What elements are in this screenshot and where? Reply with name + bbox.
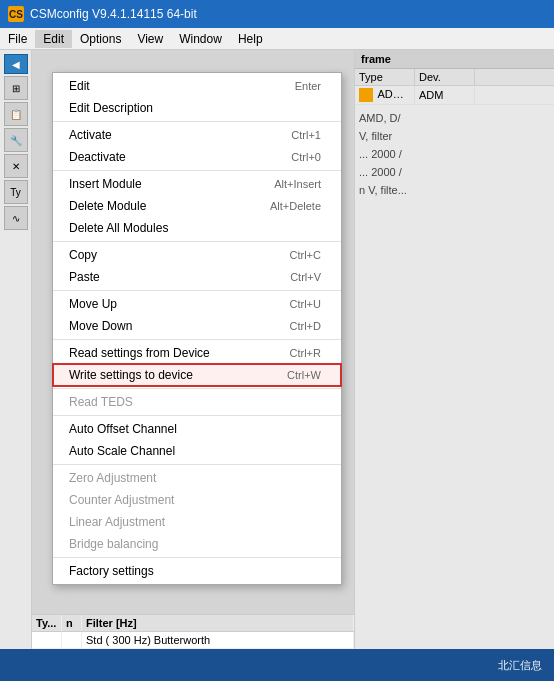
factory-settings-label: Factory settings xyxy=(69,564,321,578)
auto-offset-label: Auto Offset Channel xyxy=(69,422,321,436)
menu-file[interactable]: File xyxy=(0,30,35,48)
title-bar: CS CSMconfig V9.4.1.14115 64-bit xyxy=(0,0,554,28)
menu-move-up-item[interactable]: Move Up Ctrl+U xyxy=(53,293,341,315)
read-settings-shortcut: Ctrl+R xyxy=(290,347,321,359)
menu-options[interactable]: Options xyxy=(72,30,129,48)
toolbar-btn-5[interactable]: Ty xyxy=(4,180,28,204)
menu-bar: File Edit Options View Window Help xyxy=(0,28,554,50)
menu-section-3: Insert Module Alt+Insert Delete Module A… xyxy=(53,171,341,242)
filter-panel: Ty... n Filter [Hz] Std ( 300 Hz) Butter… xyxy=(32,614,354,649)
menu-auto-offset-item[interactable]: Auto Offset Channel xyxy=(53,418,341,440)
toolbar-btn-1[interactable]: ⊞ xyxy=(4,76,28,100)
delete-module-label: Delete Module xyxy=(69,199,250,213)
menu-linear-adj-item[interactable]: Linear Adjustment xyxy=(53,511,341,533)
title-bar-text: CSMconfig V9.4.1.14115 64-bit xyxy=(30,7,197,21)
col-type-header: Type xyxy=(355,69,415,85)
menu-section-7: Read TEDS xyxy=(53,389,341,416)
delete-module-shortcut: Alt+Delete xyxy=(270,200,321,212)
menu-deactivate-item[interactable]: Deactivate Ctrl+0 xyxy=(53,146,341,168)
menu-write-settings-item[interactable]: Write settings to device Ctrl+W xyxy=(53,364,341,386)
insert-module-label: Insert Module xyxy=(69,177,254,191)
taskbar: 北汇信息 xyxy=(0,649,554,681)
deactivate-shortcut: Ctrl+0 xyxy=(291,151,321,163)
activate-shortcut: Ctrl+1 xyxy=(291,129,321,141)
table-row[interactable]: ADMM ADM xyxy=(355,86,554,105)
menu-help[interactable]: Help xyxy=(230,30,271,48)
toolbar-btn-3[interactable]: 🔧 xyxy=(4,128,28,152)
move-up-shortcut: Ctrl+U xyxy=(290,298,321,310)
filter-cell-n xyxy=(62,632,82,648)
edit-item-shortcut: Enter xyxy=(295,80,321,92)
menu-paste-item[interactable]: Paste Ctrl+V xyxy=(53,266,341,288)
menu-edit-item[interactable]: Edit Enter xyxy=(53,75,341,97)
row-icon xyxy=(359,88,373,102)
delete-all-modules-label: Delete All Modules xyxy=(69,221,321,235)
menu-window[interactable]: Window xyxy=(171,30,230,48)
table-header: Type Dev. xyxy=(355,69,554,86)
write-settings-label: Write settings to device xyxy=(69,368,267,382)
insert-module-shortcut: Alt+Insert xyxy=(274,178,321,190)
menu-section-2: Activate Ctrl+1 Deactivate Ctrl+0 xyxy=(53,122,341,171)
menu-zero-adj-item[interactable]: Zero Adjustment xyxy=(53,467,341,489)
copy-shortcut: Ctrl+C xyxy=(290,249,321,261)
menu-view[interactable]: View xyxy=(129,30,171,48)
menu-section-9: Zero Adjustment Counter Adjustment Linea… xyxy=(53,465,341,558)
menu-read-settings-item[interactable]: Read settings from Device Ctrl+R xyxy=(53,342,341,364)
edit-item-label: Edit xyxy=(69,79,275,93)
menu-copy-item[interactable]: Copy Ctrl+C xyxy=(53,244,341,266)
main-area: ◀ ⊞ 📋 🔧 ✕ Ty ∿ frame Type Dev. ADMM xyxy=(0,50,554,681)
toolbar-btn-4[interactable]: ✕ xyxy=(4,154,28,178)
filter-col-hz: Filter [Hz] xyxy=(82,615,354,631)
filter-row[interactable]: Std ( 300 Hz) Butterworth xyxy=(32,632,354,649)
frame-label: frame xyxy=(355,50,554,69)
toolbar-btn-2[interactable]: 📋 xyxy=(4,102,28,126)
menu-section-10: Factory settings xyxy=(53,558,341,584)
menu-factory-settings-item[interactable]: Factory settings xyxy=(53,560,341,582)
menu-insert-module-item[interactable]: Insert Module Alt+Insert xyxy=(53,173,341,195)
move-down-label: Move Down xyxy=(69,319,270,333)
menu-edit[interactable]: Edit xyxy=(35,30,72,48)
menu-move-down-item[interactable]: Move Down Ctrl+D xyxy=(53,315,341,337)
edit-description-label: Edit Description xyxy=(69,101,321,115)
menu-edit-description-item[interactable]: Edit Description xyxy=(53,97,341,119)
menu-activate-item[interactable]: Activate Ctrl+1 xyxy=(53,124,341,146)
filter-cell-type xyxy=(32,632,62,648)
col-dev-header: Dev. xyxy=(415,69,475,85)
menu-auto-scale-item[interactable]: Auto Scale Channel xyxy=(53,440,341,462)
zero-adj-label: Zero Adjustment xyxy=(69,471,321,485)
paste-shortcut: Ctrl+V xyxy=(290,271,321,283)
table-cell-type: ADMM xyxy=(355,86,415,104)
toolbar-btn-6[interactable]: ∿ xyxy=(4,206,28,230)
left-toolbar: ◀ ⊞ 📋 🔧 ✕ Ty ∿ xyxy=(0,50,32,681)
menu-read-teds-item[interactable]: Read TEDS xyxy=(53,391,341,413)
right-panel: frame Type Dev. ADMM ADM AMD, D/ V, filt… xyxy=(354,50,554,681)
table-cell-dev: ADM xyxy=(415,87,475,103)
menu-section-5: Move Up Ctrl+U Move Down Ctrl+D xyxy=(53,291,341,340)
filter-cell-value: Std ( 300 Hz) Butterworth xyxy=(82,632,354,648)
menu-bridge-bal-item[interactable]: Bridge balancing xyxy=(53,533,341,555)
filter-header: Ty... n Filter [Hz] xyxy=(32,615,354,632)
menu-delete-module-item[interactable]: Delete Module Alt+Delete xyxy=(53,195,341,217)
deactivate-label: Deactivate xyxy=(69,150,271,164)
app-icon: CS xyxy=(8,6,24,22)
auto-scale-label: Auto Scale Channel xyxy=(69,444,321,458)
move-up-label: Move Up xyxy=(69,297,270,311)
menu-delete-all-modules-item[interactable]: Delete All Modules xyxy=(53,217,341,239)
menu-section-1: Edit Enter Edit Description xyxy=(53,73,341,122)
taskbar-text: 北汇信息 xyxy=(498,658,542,673)
menu-section-4: Copy Ctrl+C Paste Ctrl+V xyxy=(53,242,341,291)
filter-col-n: n xyxy=(62,615,82,631)
content-lines: AMD, D/ V, filter ... 2000 / ... 2000 / … xyxy=(355,105,554,203)
read-teds-label: Read TEDS xyxy=(69,395,321,409)
counter-adj-label: Counter Adjustment xyxy=(69,493,321,507)
write-settings-shortcut: Ctrl+W xyxy=(287,369,321,381)
edit-dropdown[interactable]: Edit Enter Edit Description Activate Ctr… xyxy=(52,72,342,585)
nav-back-btn[interactable]: ◀ xyxy=(4,54,28,74)
activate-label: Activate xyxy=(69,128,271,142)
menu-counter-adj-item[interactable]: Counter Adjustment xyxy=(53,489,341,511)
bridge-bal-label: Bridge balancing xyxy=(69,537,321,551)
copy-label: Copy xyxy=(69,248,270,262)
read-settings-label: Read settings from Device xyxy=(69,346,270,360)
paste-label: Paste xyxy=(69,270,270,284)
linear-adj-label: Linear Adjustment xyxy=(69,515,321,529)
